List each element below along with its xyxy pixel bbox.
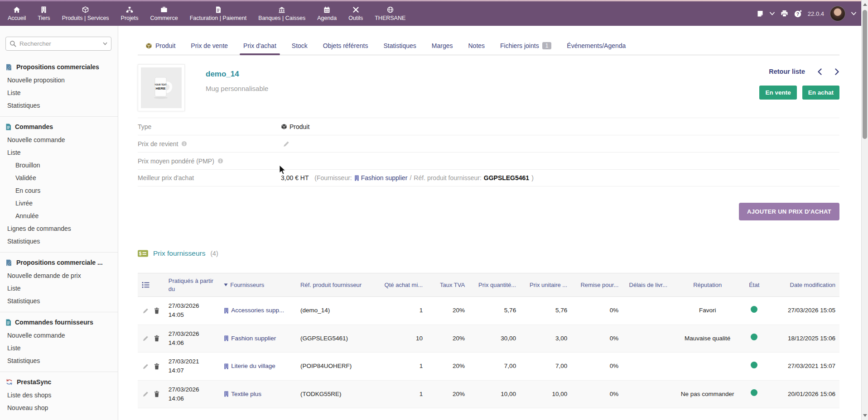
delete-row-icon[interactable] (154, 307, 160, 314)
scroll-down-icon[interactable] (862, 412, 868, 419)
back-to-list-link[interactable]: Retour liste (769, 68, 805, 75)
column-header-remise-pour[interactable]: Remise pour... (571, 273, 622, 297)
sidebar-item-livr-e[interactable]: Livrée (0, 197, 118, 210)
cell-ref[interactable]: (GGPSLEG5461) (296, 325, 376, 353)
menu-item-facturation-paiement[interactable]: Facturation | Paiement (184, 1, 253, 26)
column-header-qt-achat-mi[interactable]: Qté achat mi... (376, 273, 427, 297)
field-label: Type (138, 123, 281, 130)
menu-item-commerce[interactable]: Commerce (145, 1, 184, 26)
menu-item-banques-caisses[interactable]: Banques | Caisses (252, 1, 311, 26)
user-menu-caret-icon[interactable] (851, 12, 856, 15)
search-input[interactable]: Rechercher (5, 37, 111, 51)
column-header-pratiqu-s-partir-du[interactable]: Pratiqués à partir du (164, 273, 220, 297)
sidebar-item-en-cours[interactable]: En cours (0, 184, 118, 197)
sidebar-item-brouillon[interactable]: Brouillon (0, 159, 118, 172)
delete-row-icon[interactable] (154, 335, 160, 342)
tab-produit[interactable]: Produit (138, 38, 183, 55)
best-price-paren: (Fournisseur: (311, 174, 352, 181)
best-price-supplier-link[interactable]: Fashion supplier (354, 174, 408, 181)
sidebar-item-nouvelle-proposition[interactable]: Nouvelle proposition (0, 74, 118, 86)
column-header-d-lais-de-livr[interactable]: Délais de livr... (622, 273, 674, 297)
note-caret-icon[interactable] (770, 12, 775, 15)
table-row: 27/03/2026 14:06Textile plus(TODKG55RE)1… (138, 380, 839, 408)
edit-row-icon[interactable] (142, 363, 149, 370)
menu-item-outils[interactable]: Outils (342, 1, 369, 26)
field-label: Prix de revient (138, 140, 281, 148)
sidebar-item-lignes-de-commandes[interactable]: Lignes de commandes (0, 222, 118, 235)
column-header-taux-tva[interactable]: Taux TVA (427, 273, 469, 297)
tab-marges[interactable]: Marges (424, 38, 461, 55)
previous-record-icon[interactable] (817, 68, 822, 75)
tab-statistiques[interactable]: Statistiques (376, 38, 424, 55)
column-header-prix-quantit[interactable]: Prix quantité... (469, 273, 520, 297)
tab-v-nements-agenda[interactable]: Événements/Agenda (559, 38, 633, 55)
sidebar-item-liste[interactable]: Liste (0, 342, 118, 354)
scrollbar-thumb[interactable] (863, 10, 867, 139)
sidebar-item-liste[interactable]: Liste (0, 146, 118, 159)
supplier-link[interactable]: Textile plus (224, 390, 292, 399)
menu-item-produits-services[interactable]: Produits | Services (56, 1, 115, 26)
menu-item-tiers[interactable]: Tiers (32, 1, 56, 26)
delete-row-icon[interactable] (154, 391, 160, 397)
edit-row-icon[interactable] (142, 307, 149, 314)
vertical-scrollbar[interactable] (861, 0, 868, 420)
sidebar-item-liste-des-shops[interactable]: Liste des shops (0, 389, 118, 401)
add-purchase-price-button[interactable]: AJOUTER UN PRIX D'ACHAT (739, 203, 839, 220)
menu-item-accueil[interactable]: Accueil (2, 1, 32, 26)
menu-item-thersane[interactable]: THERSANE (369, 1, 411, 26)
supplier-link[interactable]: Literie du village (224, 362, 292, 371)
sidebar-item-statistiques[interactable]: Statistiques (0, 354, 118, 367)
sidebar-item-statistiques[interactable]: Statistiques (0, 235, 118, 248)
column-header-r-f-produit-fournisseur[interactable]: Réf. produit fournisseur (296, 273, 376, 297)
cell-ref[interactable]: (TODKG55RE) (296, 380, 376, 408)
sidebar-item-nouvelle-commande[interactable]: Nouvelle commande (0, 329, 118, 342)
column-header-date-modification[interactable]: Date modification (767, 273, 839, 297)
search-caret-icon[interactable] (103, 42, 107, 45)
edit-row-icon[interactable] (142, 391, 149, 397)
sidebar-item-nouveau-shop[interactable]: Nouveau shop (0, 401, 118, 414)
user-avatar[interactable] (830, 6, 845, 21)
list-view-icon[interactable] (142, 282, 160, 288)
sidebar-item-statistiques[interactable]: Statistiques (0, 295, 118, 307)
product-photo[interactable]: YOUR TEXTHERE (138, 64, 185, 111)
delete-row-icon[interactable] (154, 363, 160, 370)
print-icon[interactable] (781, 10, 788, 17)
sidebar-item-liste[interactable]: Liste (0, 282, 118, 295)
sidebar-item-liste[interactable]: Liste (0, 86, 118, 99)
sidebar-item-annul-e[interactable]: Annulée (0, 210, 118, 222)
cell-qty: 1 (376, 380, 427, 408)
column-header-label: État (749, 282, 759, 288)
scroll-up-icon[interactable] (862, 1, 868, 8)
supplier-link[interactable]: Accessories supp... (224, 306, 292, 315)
cell-status (741, 353, 767, 381)
next-record-icon[interactable] (834, 68, 839, 75)
edit-row-icon[interactable] (142, 335, 149, 342)
column-header-fournisseurs[interactable]: Fournisseurs (220, 273, 296, 297)
column-header-tat[interactable]: État (741, 273, 767, 297)
column-header-r-putation[interactable]: Réputation (674, 273, 741, 297)
tab-prix-d-achat[interactable]: Prix d'achat (236, 38, 284, 55)
menu-item-agenda[interactable]: Agenda (311, 1, 342, 26)
tab-label: Fichiers joints (500, 42, 539, 49)
tab-prix-de-vente[interactable]: Prix de vente (183, 38, 236, 55)
edit-pencil-icon[interactable] (283, 140, 290, 148)
tab-objets-r-f-rents[interactable]: Objets référents (315, 38, 376, 55)
help-icon[interactable]: ? (794, 10, 802, 18)
menu-item-projets[interactable]: Projets (115, 1, 145, 26)
status-dot-green (751, 389, 757, 396)
column-header-prix-unitaire[interactable]: Prix unitaire ... (520, 273, 571, 297)
tab-stock[interactable]: Stock (284, 38, 315, 55)
sidebar-item-nouvelle-demande-de-prix[interactable]: Nouvelle demande de prix (0, 269, 118, 282)
supplier-building-icon (224, 391, 229, 397)
supplier-link[interactable]: Fashion supplier (224, 334, 292, 343)
cell-ref[interactable]: (demo_14) (296, 297, 376, 325)
sidebar-item-nouvelle-commande[interactable]: Nouvelle commande (0, 134, 118, 146)
quick-note-icon[interactable] (757, 10, 764, 17)
sort-desc-icon[interactable] (224, 283, 228, 286)
supplier-prices-title[interactable]: Prix fournisseurs (153, 249, 205, 258)
tab-notes[interactable]: Notes (460, 38, 492, 55)
tab-fichiers-joints[interactable]: Fichiers joints1 (492, 38, 559, 55)
sidebar-item-statistiques[interactable]: Statistiques (0, 99, 118, 112)
cell-ref[interactable]: (POIP84UOHERF) (296, 353, 376, 381)
sidebar-item-valid-e[interactable]: Validée (0, 172, 118, 184)
